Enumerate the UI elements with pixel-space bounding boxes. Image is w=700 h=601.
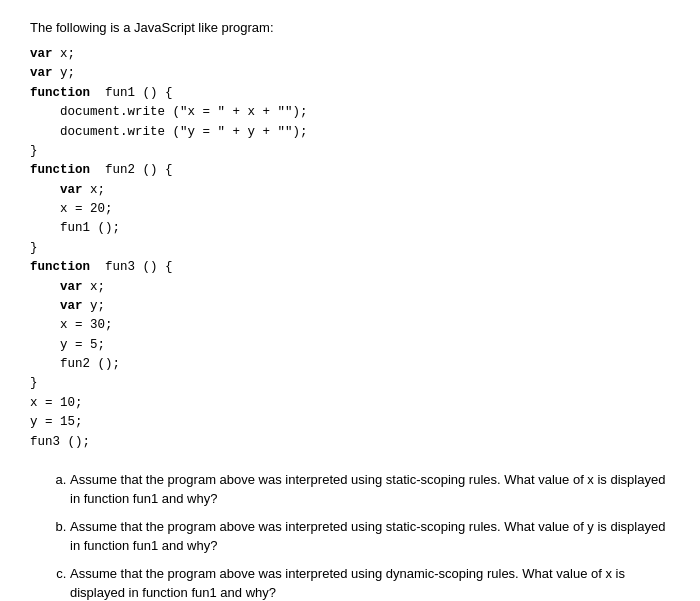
question-b: Assume that the program above was interp…	[70, 517, 670, 556]
question-c: Assume that the program above was interp…	[70, 564, 670, 601]
questions-list: Assume that the program above was interp…	[70, 470, 670, 601]
code-block: var x; var y; function fun1 () { documen…	[30, 45, 670, 452]
intro-text: The following is a JavaScript like progr…	[30, 20, 670, 35]
question-a: Assume that the program above was interp…	[70, 470, 670, 509]
